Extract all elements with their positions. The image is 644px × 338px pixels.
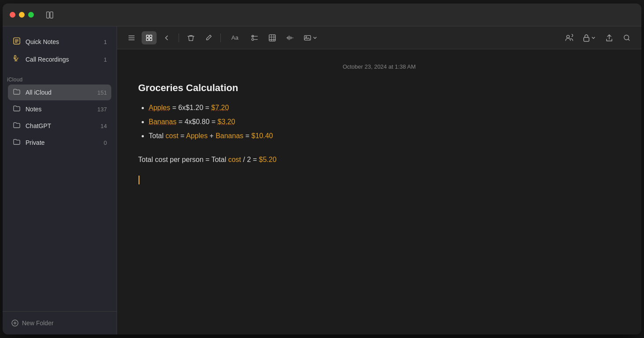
media-button[interactable]	[300, 31, 321, 44]
new-folder-label: New Folder	[22, 320, 54, 327]
total-eq: =	[180, 132, 186, 140]
note-area: Aa	[117, 26, 641, 334]
total-text: Total	[149, 132, 165, 140]
folder-icon-chatgpt	[12, 121, 21, 130]
back-button[interactable]	[159, 31, 174, 44]
table-icon	[268, 34, 276, 42]
notes-label: Notes	[26, 106, 93, 113]
font-label: Aa	[231, 34, 238, 41]
chatgpt-label: ChatGPT	[26, 122, 96, 129]
back-icon	[163, 34, 171, 42]
search-button[interactable]	[619, 31, 634, 44]
bananas-text: Bananas	[149, 118, 176, 125]
chatgpt-count: 14	[101, 123, 107, 129]
sidebar-item-quick-notes[interactable]: Quick Notes 1	[8, 33, 111, 50]
cursor-paragraph[interactable]	[138, 173, 620, 186]
compose-icon	[205, 34, 212, 42]
toolbar-separator-1	[179, 33, 179, 42]
traffic-lights	[10, 12, 34, 18]
cost-per-person: Total cost per person = Total cost / 2 =…	[138, 154, 620, 166]
sidebar-item-private[interactable]: Private 0	[8, 135, 111, 151]
bananas-total: $3.20	[218, 118, 235, 125]
sidebar-item-chatgpt[interactable]: ChatGPT 14	[8, 118, 111, 134]
lock-chevron-icon	[591, 36, 596, 40]
cost-text-1: cost	[165, 132, 178, 140]
sidebar-icon	[46, 11, 54, 19]
svg-rect-7	[150, 38, 152, 40]
delete-button[interactable]	[183, 31, 198, 44]
sidebar-folders: All iCloud 151 Notes 137	[3, 84, 117, 151]
bullet-bananas: Bananas = 4x$0.80 = $3.20	[149, 115, 620, 129]
grid-view-button[interactable]	[142, 31, 157, 44]
cpp-value: $5.20	[259, 156, 277, 163]
note-bullet-list: Apples = 6x$1.20 = $7.20 Bananas = 4x$0.…	[138, 101, 620, 143]
lock-button[interactable]	[579, 31, 599, 44]
all-icloud-count: 151	[97, 89, 107, 96]
sidebar-toggle-button[interactable]	[43, 9, 57, 21]
note-date: October 23, 2024 at 1:38 AM	[138, 63, 620, 70]
search-icon	[623, 34, 631, 42]
checklist-button[interactable]	[247, 31, 262, 44]
call-recordings-count: 1	[104, 56, 107, 63]
quick-notes-count: 1	[104, 39, 107, 45]
share-button[interactable]	[602, 31, 617, 44]
quick-notes-label: Quick Notes	[26, 38, 99, 45]
svg-point-9	[252, 38, 254, 40]
note-content[interactable]: October 23, 2024 at 1:38 AM Groceries Ca…	[117, 49, 641, 334]
svg-rect-6	[146, 38, 149, 40]
folder-icon-notes	[12, 105, 21, 114]
sidebar-item-call-recordings[interactable]: Call Recordings 1	[8, 51, 111, 68]
note-toolbar: Aa	[117, 26, 641, 49]
list-view-button[interactable]	[124, 31, 139, 44]
maximize-button[interactable]	[28, 12, 34, 18]
sidebar-item-notes[interactable]: Notes 137	[8, 101, 111, 117]
bullet-apples: Apples = 6x$1.20 = $7.20	[149, 101, 620, 115]
table-button[interactable]	[265, 31, 280, 44]
sidebar-footer: New Folder	[3, 311, 117, 334]
list-view-icon	[128, 34, 135, 42]
note-title: Groceries Calculation	[138, 82, 620, 94]
checklist-icon	[251, 34, 259, 42]
title-bar	[3, 4, 641, 26]
all-icloud-label: All iCloud	[26, 89, 93, 96]
app-window: Quick Notes 1 Call Recordings 1	[3, 4, 641, 334]
folder-icon-all-icloud	[12, 88, 21, 97]
compose-button[interactable]	[201, 31, 216, 44]
apples-ref: Apples	[186, 132, 208, 140]
sidebar: Quick Notes 1 Call Recordings 1	[3, 26, 117, 334]
trash-icon	[187, 34, 195, 42]
grid-view-icon	[145, 34, 153, 42]
grand-total: $10.40	[252, 132, 273, 140]
svg-rect-1	[50, 11, 53, 18]
plus-circle-icon	[11, 320, 18, 327]
plus-text: +	[209, 132, 216, 140]
cpp-text-1: Total cost per person = Total	[138, 156, 228, 163]
svg-rect-14	[584, 37, 589, 41]
audio-button[interactable]	[282, 31, 297, 44]
private-count: 0	[104, 140, 107, 146]
lock-icon	[583, 34, 590, 42]
chevron-down-icon	[313, 36, 317, 40]
svg-rect-4	[146, 35, 149, 37]
cpp-cost: cost	[228, 156, 241, 163]
minimize-button[interactable]	[19, 12, 25, 18]
svg-rect-10	[269, 34, 275, 40]
collaboration-button[interactable]	[562, 31, 577, 44]
svg-rect-5	[150, 35, 152, 37]
icloud-section-label: iCloud	[3, 71, 117, 84]
folder-icon-private	[12, 138, 21, 147]
sidebar-item-all-icloud[interactable]: All iCloud 151	[8, 84, 111, 100]
notes-count: 137	[97, 106, 107, 113]
bananas-ref: Bananas	[216, 132, 243, 140]
text-cursor	[139, 176, 139, 184]
share-icon	[606, 34, 613, 42]
close-button[interactable]	[10, 12, 15, 18]
apples-calc-1: = 6x$1.20 =	[172, 104, 211, 111]
collaboration-icon	[565, 34, 574, 42]
main-layout: Quick Notes 1 Call Recordings 1	[3, 26, 641, 334]
svg-point-13	[567, 35, 569, 38]
call-recordings-icon	[12, 55, 21, 64]
private-label: Private	[26, 139, 99, 146]
new-folder-button[interactable]: New Folder	[10, 317, 55, 329]
font-button[interactable]: Aa	[225, 31, 245, 44]
